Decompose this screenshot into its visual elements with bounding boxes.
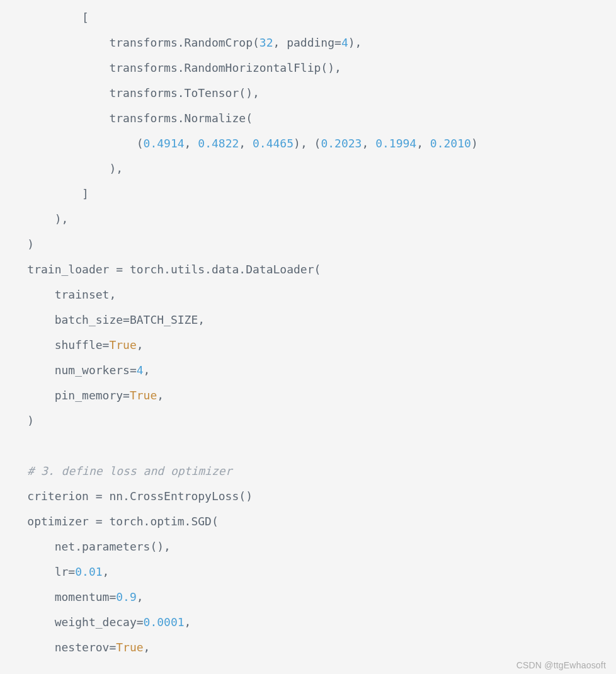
code-token-text: ,	[137, 590, 144, 603]
code-token-text: ,	[185, 615, 191, 629]
code-token-num: 0.9	[116, 590, 137, 603]
code-token-text: ]	[0, 187, 89, 200]
code-token-text: transforms.Normalize(	[0, 111, 253, 125]
code-token-text: ,	[144, 641, 151, 654]
code-token-text: ,	[362, 137, 375, 150]
code-token-text: optimizer = torch.optim.SGD(	[0, 515, 219, 528]
code-token-text: ,	[137, 338, 144, 351]
code-token-num: 0.1994	[375, 137, 416, 150]
code-token-text: )	[0, 237, 34, 251]
code-token-text: )	[471, 137, 478, 150]
code-token-text: )	[0, 414, 34, 427]
code-token-text: (	[0, 137, 144, 150]
watermark-text: CSDN @ttgEwhaosoft	[516, 660, 606, 670]
code-token-text: ),	[0, 212, 68, 226]
code-token-text: [	[0, 11, 89, 24]
code-token-text: train_loader = torch.utils.data.DataLoad…	[0, 263, 321, 276]
code-token-text: ,	[239, 137, 253, 150]
code-token-num: 0.2023	[321, 137, 362, 150]
code-token-text: transforms.RandomHorizontalFlip(),	[0, 61, 341, 74]
code-token-num: 0.4822	[198, 137, 239, 150]
code-token-text: ,	[103, 565, 110, 578]
code-token-text: criterion = nn.CrossEntropyLoss()	[0, 489, 253, 503]
code-token-text: pin_memory=	[0, 389, 130, 402]
code-token-text: momentum=	[0, 590, 116, 603]
code-token-text: ), (	[294, 137, 321, 150]
code-token-num: 0.01	[75, 565, 102, 578]
code-token-num: 4	[341, 36, 348, 49]
code-token-kw: True	[109, 338, 136, 351]
code-token-text: trainset,	[0, 288, 116, 301]
code-block: [ transforms.RandomCrop(32, padding=4), …	[0, 0, 616, 660]
code-token-num: 0.4465	[253, 137, 294, 150]
code-token-text: , padding=	[273, 36, 341, 49]
code-token-num: 4	[137, 363, 144, 377]
code-token-text: transforms.ToTensor(),	[0, 86, 260, 100]
code-token-text: ,	[185, 137, 198, 150]
code-token-text: ,	[416, 137, 430, 150]
code-token-text: num_workers=	[0, 363, 137, 377]
code-token-text: lr=	[0, 565, 75, 578]
code-token-com: # 3. define loss and optimizer	[27, 464, 232, 477]
code-token-kw: True	[130, 389, 157, 402]
code-token-kw: True	[116, 641, 143, 654]
code-token-text: ),	[348, 36, 362, 49]
code-token-text: ),	[0, 162, 123, 175]
code-token-text: ,	[157, 389, 164, 402]
code-token-text: transforms.RandomCrop(	[0, 36, 260, 49]
code-token-text: nesterov=	[0, 641, 116, 654]
code-token-text: batch_size=BATCH_SIZE,	[0, 313, 205, 326]
code-token-num: 32	[260, 36, 273, 49]
code-token-text: weight_decay=	[0, 615, 144, 629]
code-token-num: 0.0001	[144, 615, 185, 629]
code-token-num: 0.4914	[144, 137, 185, 150]
code-token-num: 0.2010	[430, 137, 471, 150]
code-token-text	[0, 464, 27, 477]
code-token-text: net.parameters(),	[0, 540, 171, 553]
code-token-text: shuffle=	[0, 338, 109, 351]
code-token-text: ,	[144, 363, 151, 377]
